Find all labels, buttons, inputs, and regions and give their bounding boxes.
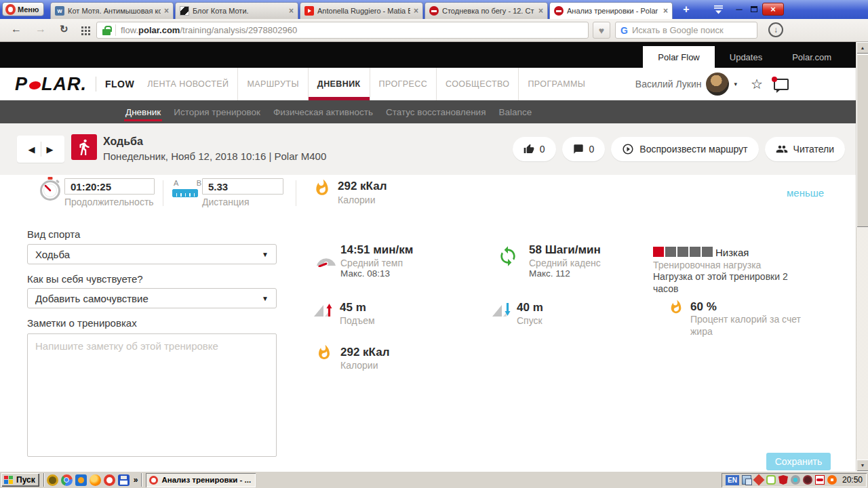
browser-tab-2[interactable]: Блог Кота Моти. × xyxy=(175,2,298,19)
tab-close-icon[interactable]: × xyxy=(663,6,668,16)
language-indicator[interactable]: EN xyxy=(726,475,739,485)
nav-item-progress[interactable]: ПРОГРЕСС xyxy=(370,68,436,100)
tray-network-icon[interactable] xyxy=(742,475,751,485)
user-caret-icon[interactable]: ▾ xyxy=(734,81,738,87)
tab-close-icon[interactable]: × xyxy=(289,6,294,16)
start-label: Пуск xyxy=(16,475,35,485)
address-bar[interactable]: flow.polar.com/training/analysis/2978802… xyxy=(96,22,589,39)
quicklaunch-app-icon[interactable] xyxy=(75,474,87,486)
save-button[interactable]: Сохранить xyxy=(766,453,831,470)
nav-item-routes[interactable]: МАРШРУТЫ xyxy=(237,68,307,100)
browser-tab-3[interactable]: Antonella Ruggiero - Matia B × xyxy=(300,2,423,19)
window-restore-button[interactable] xyxy=(747,3,761,16)
speed-dial-icon[interactable] xyxy=(81,26,90,38)
quicklaunch-overflow-chevron[interactable]: » xyxy=(132,475,140,485)
secure-lock-icon xyxy=(102,26,111,35)
fat-percent-value: 60 % xyxy=(690,300,717,314)
polar-logo[interactable]: PLAR. xyxy=(15,74,87,95)
quicklaunch-firefox-icon[interactable] xyxy=(90,474,101,486)
session-datetime: Понедельник, Нояб 12, 2018 10:16 | Polar… xyxy=(103,150,326,162)
like-button[interactable]: 0 xyxy=(513,137,556,161)
scrollbar-thumb[interactable] xyxy=(856,54,868,227)
tab-list-button[interactable] xyxy=(713,5,724,17)
subnav-item-activity[interactable]: Физическая активность xyxy=(272,100,374,123)
window-close-button[interactable]: × xyxy=(762,3,784,16)
like-count: 0 xyxy=(540,144,545,155)
tray-red-burst-icon[interactable] xyxy=(753,474,765,486)
browser-tab-bar: Меню w Кот Мотя. Антимышовая ко × Блог К… xyxy=(0,0,868,19)
notes-textarea[interactable] xyxy=(27,333,277,457)
nav-item-community[interactable]: СООБЩЕСТВО xyxy=(436,68,518,100)
scrollbar-up-button[interactable]: ▲ xyxy=(856,42,868,54)
bookmark-heart-icon[interactable]: ♥ xyxy=(593,22,610,39)
taskbar-clock[interactable]: 20:50 xyxy=(842,475,863,485)
tray-antivirus-shield-icon[interactable] xyxy=(778,475,788,485)
browser-tab-1[interactable]: w Кот Мотя. Антимышовая ко × xyxy=(50,2,174,19)
window-minimize-button[interactable]: ─ xyxy=(732,3,746,16)
calories-value: 292 кКал xyxy=(338,180,387,193)
forward-button-icon[interactable]: → xyxy=(35,23,46,35)
duration-label: Продолжительность xyxy=(64,197,154,207)
tray-green-square-icon[interactable] xyxy=(766,475,776,485)
quicklaunch-daemon-icon[interactable] xyxy=(47,474,58,486)
nav-item-programs[interactable]: ПРОГРАММЫ xyxy=(518,68,594,100)
user-menu[interactable]: Василий Лукин ▾ ☆ xyxy=(635,68,789,100)
avatar[interactable] xyxy=(706,73,729,96)
next-session-icon[interactable]: ▶ xyxy=(41,144,59,155)
download-icon[interactable]: ↓ xyxy=(768,22,783,37)
browser-tab-active[interactable]: Анализ тренировки - Polar F × xyxy=(549,2,673,19)
stats-divider xyxy=(296,180,296,206)
topbar-tab-polarcom[interactable]: Polar.com xyxy=(777,46,846,68)
tab-title: Блог Кота Моти. xyxy=(193,7,285,15)
replay-route-button[interactable]: Воспроизвести маршрут xyxy=(611,137,758,161)
session-pager: ◀ ▶ xyxy=(17,136,64,163)
tray-polar-icon[interactable] xyxy=(815,475,825,485)
topbar-tab-updates[interactable]: Updates xyxy=(715,46,777,68)
start-button[interactable]: Пуск xyxy=(1,473,39,487)
quicklaunch-chrome-icon[interactable] xyxy=(61,474,73,486)
comment-button[interactable]: 0 xyxy=(562,137,606,161)
load-segment xyxy=(677,247,688,257)
tray-webcam-icon[interactable] xyxy=(791,475,800,485)
nav-item-diary[interactable]: ДНЕВНИК xyxy=(308,68,370,100)
tab-close-icon[interactable]: × xyxy=(164,6,169,16)
previous-session-icon[interactable]: ◀ xyxy=(23,144,41,155)
tab-close-icon[interactable]: × xyxy=(538,6,543,16)
load-segment xyxy=(702,247,713,257)
topbar-tab-polar-flow[interactable]: Polar Flow xyxy=(643,46,714,68)
nav-item-feed[interactable]: ЛЕНТА НОВОСТЕЙ xyxy=(138,68,237,100)
followers-button[interactable]: Читатели xyxy=(765,137,845,161)
reload-button-icon[interactable]: ↻ xyxy=(60,23,68,35)
quicklaunch-save-icon[interactable] xyxy=(118,474,130,486)
back-button-icon[interactable]: ← xyxy=(11,23,22,35)
duration-input[interactable] xyxy=(64,178,155,195)
new-tab-button[interactable]: + xyxy=(678,3,694,16)
notifications-chat-icon[interactable] xyxy=(774,79,789,90)
feeling-value: Добавить самочувствие xyxy=(35,293,149,304)
search-input[interactable] xyxy=(632,25,741,35)
tray-orange-circle-icon[interactable] xyxy=(827,475,837,485)
active-task-button[interactable]: Анализ тренировки - ... xyxy=(146,473,256,487)
browser-tab-4[interactable]: Стодневка по бегу - 12. Ст × xyxy=(425,2,548,19)
distance-input[interactable] xyxy=(202,178,283,195)
subnav-item-recovery[interactable]: Статус восстановления xyxy=(384,100,488,123)
pace-max: Макс. 08:13 xyxy=(340,268,390,279)
subnav-item-balance[interactable]: Balance xyxy=(497,100,533,123)
subnav-item-history[interactable]: История тренировок xyxy=(172,100,262,123)
favorites-star-icon[interactable]: ☆ xyxy=(751,76,763,92)
tray-dark-circle-icon[interactable] xyxy=(803,475,812,485)
scrollbar-down-button[interactable]: ▼ xyxy=(856,460,868,471)
search-box[interactable]: G xyxy=(615,22,757,39)
stats-divider xyxy=(163,180,163,206)
distance-label: Дистанция xyxy=(202,197,250,207)
page-scrollbar[interactable]: ▲ ▼ xyxy=(856,42,868,471)
feeling-select[interactable]: Добавить самочувствие ▼ xyxy=(27,288,277,308)
tab-close-icon[interactable]: × xyxy=(414,6,418,16)
quicklaunch-opera-icon[interactable] xyxy=(104,474,115,486)
cadence-icon xyxy=(497,245,519,270)
show-less-link[interactable]: меньше xyxy=(787,187,824,199)
menu-button-label: Меню xyxy=(18,5,39,14)
opera-menu-button[interactable]: Меню xyxy=(2,2,44,16)
sport-type-select[interactable]: Ходьба ▼ xyxy=(27,244,277,264)
subnav-item-diary[interactable]: Дневник xyxy=(124,100,162,123)
